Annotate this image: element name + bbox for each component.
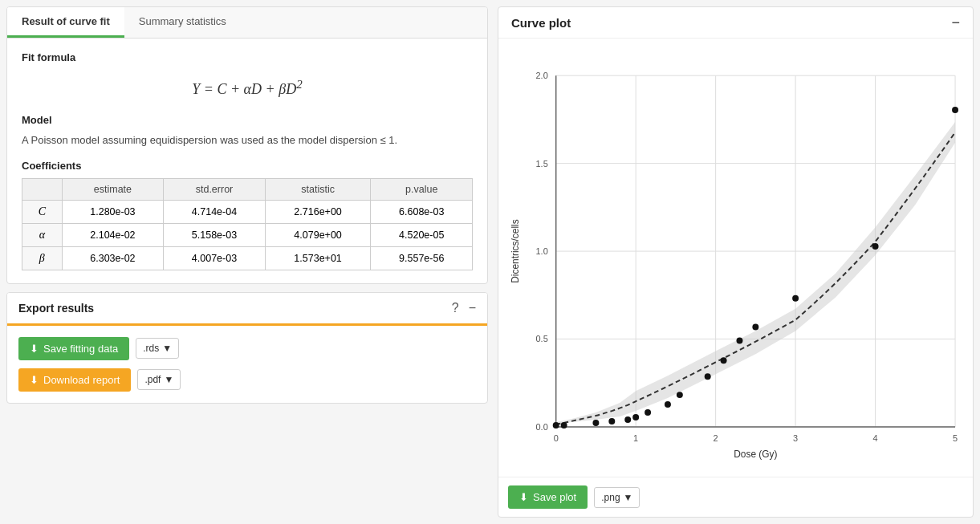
save-fitting-format-label: .rds bbox=[143, 343, 159, 354]
export-title: Export results bbox=[18, 302, 94, 315]
download-icon: ⬇ bbox=[30, 343, 39, 355]
save-fitting-button[interactable]: ⬇ Save fitting data bbox=[18, 337, 129, 360]
curve-title: Curve plot bbox=[511, 16, 571, 30]
svg-point-28 bbox=[561, 422, 567, 429]
svg-point-42 bbox=[952, 107, 958, 113]
col-header-empty bbox=[22, 178, 63, 200]
svg-point-33 bbox=[645, 409, 651, 416]
col-header-pvalue: p.value bbox=[371, 178, 473, 200]
svg-point-41 bbox=[872, 243, 879, 250]
table-row: β 6.303e-02 4.007e-03 1.573e+01 9.557e-5… bbox=[22, 246, 473, 270]
chart-area: 0.0 0.5 1.0 1.5 2.0 0 1 2 3 4 5 Dicentri… bbox=[508, 45, 963, 473]
coeff-stderr: 4.714e-04 bbox=[164, 200, 266, 223]
download-report-button[interactable]: ⬇ Download report bbox=[18, 368, 131, 392]
svg-text:5: 5 bbox=[953, 433, 958, 443]
coeff-stderr: 4.007e-03 bbox=[164, 246, 266, 270]
save-fitting-label: Save fitting data bbox=[43, 343, 118, 355]
coeff-estimate: 1.280e-03 bbox=[62, 200, 164, 223]
svg-point-31 bbox=[624, 416, 631, 423]
table-row: α 2.104e-02 5.158e-03 4.079e+00 4.520e-0… bbox=[22, 223, 473, 246]
svg-text:1: 1 bbox=[633, 433, 638, 443]
coeff-name: β bbox=[22, 246, 63, 270]
svg-point-30 bbox=[608, 418, 615, 424]
svg-point-38 bbox=[736, 337, 742, 343]
curve-header: Curve plot − bbox=[498, 7, 973, 39]
curve-minimize-button[interactable]: − bbox=[951, 15, 960, 30]
save-plot-button[interactable]: ⬇ Save plot bbox=[508, 485, 588, 509]
svg-marker-26 bbox=[556, 122, 955, 424]
coeff-estimate: 6.303e-02 bbox=[62, 246, 164, 270]
svg-point-32 bbox=[632, 414, 639, 420]
model-label: Model bbox=[22, 114, 473, 126]
coeff-name: C bbox=[22, 200, 63, 223]
save-fitting-format-select[interactable]: .rds ▼ bbox=[136, 338, 179, 359]
svg-text:2: 2 bbox=[714, 433, 718, 443]
save-plot-format-select[interactable]: .png ▼ bbox=[594, 487, 640, 508]
model-text: A Poisson model assuming equidispersion … bbox=[22, 132, 473, 148]
svg-text:1.5: 1.5 bbox=[536, 159, 548, 169]
save-plot-format-label: .png bbox=[601, 492, 620, 503]
save-plot-row: ⬇ Save plot .png ▼ bbox=[498, 477, 973, 517]
coeff-stderr: 5.158e-03 bbox=[164, 223, 266, 246]
coeff-pvalue: 9.557e-56 bbox=[371, 246, 473, 270]
chevron-down-icon3: ▼ bbox=[624, 492, 633, 503]
save-fitting-row: ⬇ Save fitting data .rds ▼ bbox=[18, 337, 476, 360]
svg-point-35 bbox=[677, 392, 683, 398]
chevron-down-icon: ▼ bbox=[162, 343, 172, 354]
svg-point-29 bbox=[592, 420, 599, 426]
export-minimize-button[interactable]: − bbox=[469, 301, 476, 315]
tab-summary-statistics[interactable]: Summary statistics bbox=[124, 7, 241, 38]
svg-text:0.5: 0.5 bbox=[536, 334, 548, 343]
svg-point-40 bbox=[792, 295, 799, 302]
svg-text:1.0: 1.0 bbox=[536, 246, 548, 256]
export-help-button[interactable]: ? bbox=[452, 301, 459, 315]
svg-point-37 bbox=[721, 357, 727, 364]
svg-text:2.0: 2.0 bbox=[536, 71, 548, 80]
svg-text:4: 4 bbox=[873, 433, 878, 443]
svg-point-34 bbox=[665, 401, 671, 408]
download-report-icon: ⬇ bbox=[30, 374, 39, 386]
svg-text:Dicentrics/cells: Dicentrics/cells bbox=[510, 219, 521, 283]
coeff-pvalue: 6.608e-03 bbox=[371, 200, 473, 223]
col-header-stderr: std.error bbox=[164, 178, 266, 200]
fit-formula: Y = C + αD + βD2 bbox=[22, 70, 473, 109]
save-plot-icon: ⬇ bbox=[519, 491, 528, 503]
chevron-down-icon2: ▼ bbox=[164, 374, 173, 385]
export-body: ⬇ Save fitting data .rds ▼ ⬇ Download re… bbox=[7, 326, 487, 403]
svg-text:3: 3 bbox=[793, 433, 798, 443]
coeff-statistic: 1.573e+01 bbox=[265, 246, 371, 270]
svg-text:Dose (Gy): Dose (Gy) bbox=[734, 449, 777, 460]
save-plot-label: Save plot bbox=[533, 491, 576, 503]
tab-result-of-curve-fit[interactable]: Result of curve fit bbox=[7, 7, 124, 38]
coeff-statistic: 4.079e+00 bbox=[265, 223, 371, 246]
coeff-statistic: 2.716e+00 bbox=[265, 200, 371, 223]
download-report-format-label: .pdf bbox=[144, 374, 161, 385]
svg-point-39 bbox=[752, 324, 758, 331]
col-header-statistic: statistic bbox=[265, 178, 371, 200]
coeff-name: α bbox=[22, 223, 63, 246]
svg-point-36 bbox=[705, 373, 711, 380]
coeff-estimate: 2.104e-02 bbox=[62, 223, 164, 246]
download-report-label: Download report bbox=[43, 374, 120, 386]
svg-point-27 bbox=[553, 422, 559, 429]
tab-bar: Result of curve fit Summary statistics bbox=[7, 7, 487, 39]
download-report-format-select[interactable]: .pdf ▼ bbox=[137, 369, 181, 390]
coefficients-table: estimate std.error statistic p.value C 1… bbox=[22, 178, 473, 270]
download-report-row: ⬇ Download report .pdf ▼ bbox=[18, 368, 476, 392]
fit-formula-label: Fit formula bbox=[22, 51, 473, 63]
table-row: C 1.280e-03 4.714e-04 2.716e+00 6.608e-0… bbox=[22, 200, 473, 223]
col-header-estimate: estimate bbox=[62, 178, 164, 200]
svg-text:0: 0 bbox=[554, 433, 559, 443]
coefficients-label: Coefficients bbox=[22, 160, 473, 172]
svg-text:0.0: 0.0 bbox=[536, 422, 548, 432]
coeff-pvalue: 4.520e-05 bbox=[371, 223, 473, 246]
curve-chart: 0.0 0.5 1.0 1.5 2.0 0 1 2 3 4 5 Dicentri… bbox=[508, 45, 963, 473]
export-header: Export results ? − bbox=[7, 293, 487, 326]
